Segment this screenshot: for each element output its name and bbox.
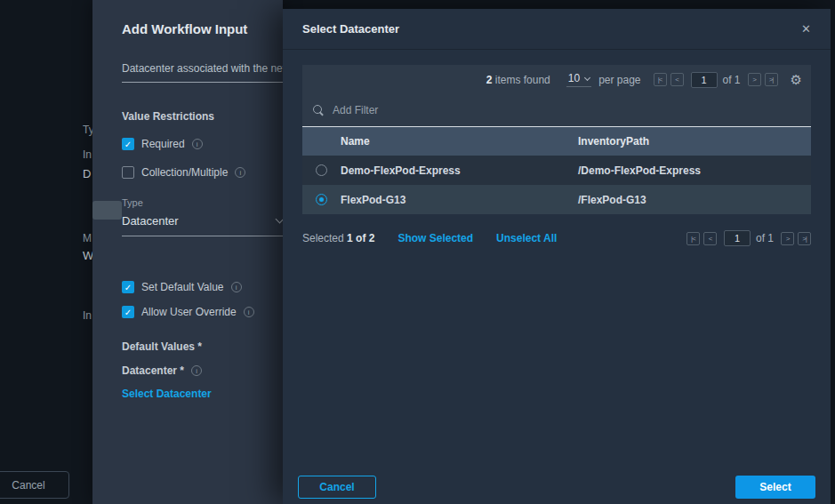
next-page-button[interactable]: >: [781, 232, 794, 245]
obscured-button: [92, 201, 122, 220]
select-datacenter-link[interactable]: Select Datacenter: [122, 388, 212, 400]
check-icon: ✓: [124, 308, 132, 317]
last-page-button[interactable]: >|: [765, 73, 778, 86]
footer-pagination: |< < 1 of 1 > >|: [683, 230, 811, 246]
set-default-checkbox-row: ✓ Set Default Value i: [122, 281, 242, 293]
info-icon: i: [191, 365, 202, 376]
prev-page-button[interactable]: <: [670, 73, 684, 86]
items-found-text: 2 items found: [486, 74, 550, 86]
filter-bar[interactable]: Add Filter: [302, 94, 811, 127]
cancel-button[interactable]: Cancel: [298, 476, 376, 499]
cutoff-label: M: [83, 232, 92, 244]
selected-count: 1 of 2: [347, 232, 374, 244]
collection-checkbox[interactable]: [122, 166, 134, 179]
panel-title: Add Workflow Input: [122, 21, 247, 36]
show-selected-link[interactable]: Show Selected: [397, 232, 473, 244]
row-path: /FlexPod-G13: [578, 194, 811, 206]
check-icon: ✓: [124, 283, 132, 292]
first-page-button[interactable]: |<: [686, 232, 700, 245]
close-icon[interactable]: ✕: [801, 22, 811, 36]
items-count-suffix: items found: [492, 74, 550, 86]
filter-placeholder: Add Filter: [333, 104, 378, 116]
info-icon: i: [244, 307, 254, 317]
table-row[interactable]: Demo-FlexPod-Express /Demo-FlexPod-Expre…: [302, 156, 811, 185]
per-page-label: per page: [598, 74, 640, 86]
last-page-button[interactable]: >|: [798, 232, 811, 245]
collection-label: Collection/Multiple: [141, 166, 228, 179]
page-number-input[interactable]: 1: [691, 72, 718, 88]
row-radio[interactable]: [316, 164, 327, 176]
check-icon: ✓: [124, 140, 132, 149]
modal-title: Select Datacenter: [302, 22, 399, 36]
row-radio-selected[interactable]: [316, 194, 327, 205]
first-page-button[interactable]: |<: [654, 73, 667, 86]
type-label: Type: [122, 197, 143, 208]
info-icon: i: [192, 139, 203, 149]
value-restrictions-label: Value Restrictions: [122, 110, 214, 123]
column-header-inventorypath[interactable]: InventoryPath: [578, 135, 811, 148]
select-button[interactable]: Select: [735, 476, 815, 499]
search-icon: [313, 105, 324, 116]
selected-count-text: Selected 1 of 2: [302, 232, 374, 244]
required-label: Required: [141, 138, 185, 150]
allow-override-label: Allow User Override: [141, 306, 237, 318]
required-checkbox-row: ✓ Required i: [122, 138, 203, 150]
unselect-all-link[interactable]: Unselect All: [496, 232, 557, 244]
table-header-row: Name InventoryPath: [302, 127, 811, 156]
select-datacenter-modal: Select Datacenter ✕ 2 items found 10 per…: [283, 9, 831, 504]
gear-icon[interactable]: ⚙: [791, 72, 802, 88]
cutoff-label: In: [83, 309, 92, 322]
collection-checkbox-row: Collection/Multiple i: [122, 166, 245, 179]
info-icon: i: [231, 282, 242, 292]
type-select-value: Datacenter: [122, 214, 179, 228]
row-path: /Demo-FlexPod-Express: [578, 164, 811, 177]
add-workflow-input-panel: Add Workflow Input Datacenter associated…: [92, 0, 283, 504]
modal-header: Select Datacenter ✕: [283, 9, 831, 50]
datacenter-label-row: Datacenter * i: [122, 364, 202, 377]
chevron-down-icon: [584, 74, 590, 80]
page-of-label: of 1: [756, 232, 774, 244]
per-page-value: 10: [568, 72, 580, 84]
set-default-checkbox[interactable]: ✓: [122, 281, 134, 293]
table-toolbar: 2 items found 10 per page |< < 1 of 1 > …: [302, 65, 811, 94]
description-input[interactable]: Datacenter associated with the new: [122, 62, 283, 83]
row-name: FlexPod-G13: [341, 194, 578, 206]
type-select[interactable]: Datacenter: [122, 214, 283, 236]
column-header-name[interactable]: Name: [341, 135, 578, 148]
table-row[interactable]: FlexPod-G13 /FlexPod-G13: [302, 185, 811, 214]
page-number-input[interactable]: 1: [724, 230, 751, 246]
page-of-label: of 1: [723, 74, 741, 86]
default-values-label: Default Values *: [122, 340, 202, 353]
cutoff-label: In: [83, 148, 92, 161]
prev-page-button[interactable]: <: [703, 232, 717, 245]
set-default-label: Set Default Value: [141, 281, 224, 293]
datacenter-label: Datacenter *: [122, 364, 184, 377]
cutoff-label: D: [83, 167, 91, 180]
table-footer: Selected 1 of 2 Show Selected Unselect A…: [302, 225, 811, 252]
required-checkbox[interactable]: ✓: [122, 138, 134, 150]
allow-override-checkbox-row: ✓ Allow User Override i: [122, 306, 254, 318]
background-cancel-button: Cancel: [0, 471, 69, 499]
selected-label: Selected: [302, 232, 347, 244]
datacenter-table-card: 2 items found 10 per page |< < 1 of 1 > …: [302, 65, 811, 214]
allow-override-checkbox[interactable]: ✓: [122, 306, 134, 318]
next-page-button[interactable]: >: [748, 73, 761, 86]
per-page-select[interactable]: 10: [566, 72, 591, 87]
info-icon: i: [235, 167, 245, 178]
row-name: Demo-FlexPod-Express: [341, 164, 578, 177]
